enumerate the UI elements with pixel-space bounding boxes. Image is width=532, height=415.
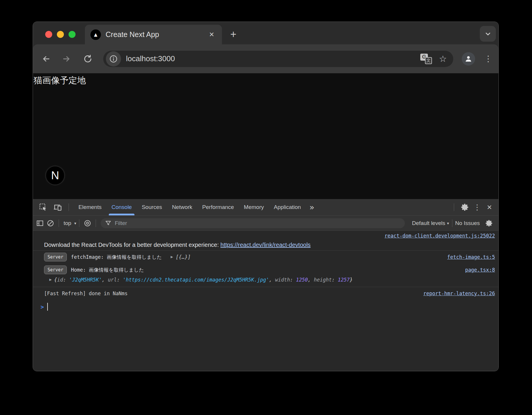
console-sidebar-toggle-button[interactable]: [35, 218, 45, 228]
console-toolbar: top ▾ Default levels ▾ No Issues: [33, 216, 498, 231]
block-slash-icon: [46, 219, 55, 227]
object-preview[interactable]: {id: 'J2qM5HR5K', url: 'https://cdn2.the…: [54, 275, 353, 284]
separator: [69, 203, 69, 211]
clear-console-button[interactable]: [45, 218, 56, 228]
forward-arrow-icon: [62, 54, 71, 64]
expand-triangle-icon[interactable]: ▶: [49, 275, 52, 284]
console-message-react-devtools: react-dom-client.development.js:25022 Do…: [33, 231, 498, 251]
browser-window: ▲ Create Next App ✕ +: [33, 22, 499, 371]
back-button[interactable]: [40, 53, 52, 65]
eye-icon: [83, 219, 92, 227]
tab-elements[interactable]: Elements: [74, 199, 106, 215]
separator: [454, 203, 454, 211]
url-text[interactable]: localhost:3000: [126, 54, 175, 63]
chevron-down-icon: ▾: [74, 221, 76, 226]
window-menu-chevron-button[interactable]: [480, 26, 496, 42]
expand-triangle-icon[interactable]: ▶: [171, 253, 173, 261]
message-text: fetchImage: 画像情報を取得しました: [71, 253, 162, 261]
devtools-close-button[interactable]: ✕: [483, 201, 496, 213]
cat-image-placeholder-text: 猫画像予定地: [34, 74, 86, 87]
tab-performance[interactable]: Performance: [197, 199, 239, 215]
device-toolbar-icon: [53, 203, 62, 212]
inspect-cursor-icon: [38, 203, 48, 212]
console-filter-field[interactable]: [101, 218, 405, 228]
nextjs-favicon-icon: ▲: [90, 29, 101, 40]
bookmark-star-icon[interactable]: ☆: [439, 54, 447, 64]
separator: [79, 219, 79, 227]
react-devtools-link[interactable]: https://react.dev/link/react-devtools: [220, 242, 311, 248]
source-link[interactable]: report-hmr-latency.ts:26: [423, 289, 495, 298]
tab-sources[interactable]: Sources: [137, 199, 167, 215]
back-arrow-icon: [41, 54, 51, 64]
source-link[interactable]: page.tsx:8: [465, 265, 495, 274]
browser-tab[interactable]: ▲ Create Next App ✕: [85, 25, 222, 44]
tab-network[interactable]: Network: [167, 199, 197, 215]
gear-icon: [485, 219, 493, 227]
console-message-fast-refresh: [Fast Refresh] done in NaNms report-hmr-…: [33, 287, 498, 300]
address-bar[interactable]: localhost:3000 G 文 ☆: [103, 51, 453, 67]
array-preview[interactable]: [{…}]: [176, 253, 190, 261]
source-link[interactable]: react-dom-client.development.js:25022: [384, 233, 495, 239]
console-message-fetchimage: Server fetchImage: 画像情報を取得しました ▶ [{…}] f…: [33, 251, 498, 263]
chevron-down-icon: [484, 29, 492, 38]
sidebar-panel-icon: [36, 219, 44, 227]
tab-application[interactable]: Application: [269, 199, 306, 215]
tab-memory[interactable]: Memory: [239, 199, 269, 215]
filter-input[interactable]: [115, 220, 401, 226]
info-icon: [109, 54, 118, 63]
server-badge: Server: [44, 265, 67, 274]
console-message-home: Server Home: 画像情報を取得しました page.tsx:8 ▶ {i…: [33, 263, 498, 287]
browser-toolbar: localhost:3000 G 文 ☆ ⋮: [33, 44, 498, 73]
nextjs-dev-indicator-button[interactable]: N: [46, 166, 65, 185]
kebab-glyph: ⋮: [473, 203, 481, 212]
separator: [452, 219, 452, 227]
device-toolbar-button[interactable]: [52, 201, 64, 213]
profile-avatar-button[interactable]: [462, 52, 475, 66]
context-selector[interactable]: top: [64, 220, 71, 226]
traffic-lights: [45, 31, 76, 38]
new-tab-button[interactable]: +: [227, 28, 240, 41]
separator: [59, 219, 59, 227]
person-icon: [464, 54, 473, 63]
tab-close-icon[interactable]: ✕: [209, 31, 214, 38]
translate-button[interactable]: G 文: [420, 54, 432, 64]
console-prompt[interactable]: >: [33, 300, 498, 311]
separator: [96, 219, 96, 227]
close-window-button[interactable]: [45, 31, 52, 38]
reload-icon: [83, 54, 93, 64]
message-text: Download the React DevTools for a better…: [44, 240, 495, 249]
browser-menu-kebab-icon[interactable]: ⋮: [484, 54, 493, 64]
tab-console[interactable]: Console: [106, 199, 137, 215]
text-cursor: [47, 303, 48, 311]
tab-strip: ▲ Create Next App ✕ +: [33, 22, 498, 44]
close-icon: ✕: [487, 204, 492, 211]
message-text: [Fast Refresh] done in NaNms: [44, 289, 128, 298]
gear-icon: [461, 203, 469, 212]
more-tabs-icon[interactable]: »: [306, 203, 318, 212]
source-link[interactable]: fetch-image.ts:5: [447, 253, 495, 261]
object-preview-line: ▶ {id: 'J2qM5HR5K', url: 'https://cdn2.t…: [44, 275, 495, 284]
console-messages: react-dom-client.development.js:25022 Do…: [33, 231, 498, 371]
server-badge: Server: [44, 253, 67, 261]
reload-button[interactable]: [82, 53, 94, 65]
devtools-panel: Elements Console Sources Network Perform…: [33, 199, 498, 371]
funnel-filter-icon: [105, 220, 112, 227]
forward-button[interactable]: [61, 53, 72, 65]
inspect-element-button[interactable]: [37, 201, 49, 213]
minimize-window-button[interactable]: [57, 31, 64, 38]
translate-char-icon: 文: [425, 57, 432, 64]
devtools-menu-kebab-icon[interactable]: ⋮: [471, 201, 483, 213]
page-viewport: 猫画像予定地 N: [33, 73, 498, 199]
zoom-window-button[interactable]: [69, 31, 76, 38]
tab-title: Create Next App: [106, 30, 209, 39]
message-text: Home: 画像情報を取得しました: [71, 265, 144, 274]
devtools-tab-bar: Elements Console Sources Network Perform…: [33, 199, 498, 216]
chevron-down-icon: ▾: [447, 221, 449, 226]
default-levels-dropdown[interactable]: Default levels: [412, 220, 445, 226]
issues-counter[interactable]: No Issues: [455, 220, 480, 226]
devtools-settings-button[interactable]: [459, 201, 471, 213]
site-info-button[interactable]: [106, 51, 121, 66]
live-expression-button[interactable]: [82, 218, 93, 228]
prompt-chevron-icon: >: [41, 304, 44, 310]
console-settings-button[interactable]: [484, 218, 494, 228]
